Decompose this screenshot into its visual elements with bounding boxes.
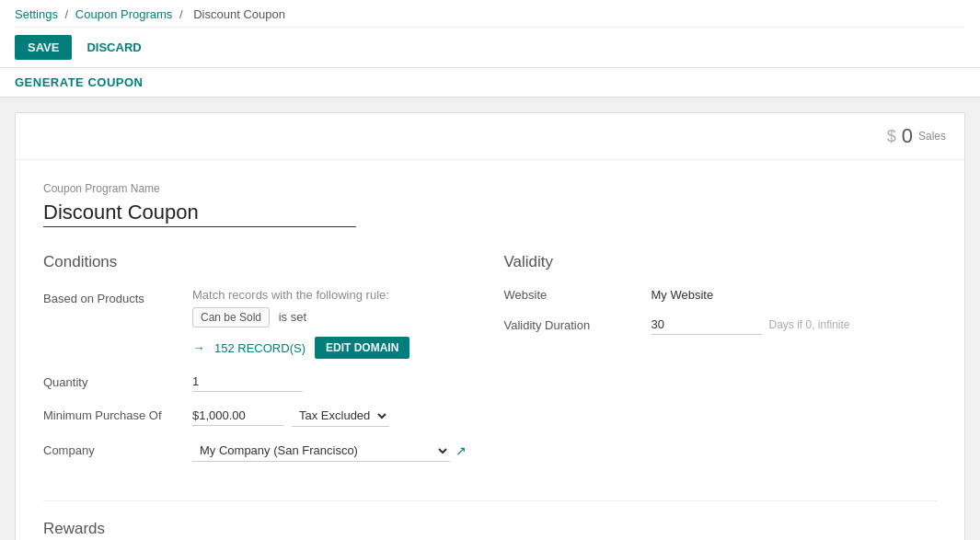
breadcrumb-sep-2: /: [179, 7, 183, 21]
sales-widget: $ 0 Sales: [887, 124, 946, 148]
based-on-products-row: Based on Products Match records with the…: [43, 288, 477, 359]
rewards-section: Rewards Reward Discount Apply Discount: [43, 500, 937, 540]
website-label: Website: [504, 288, 651, 302]
arrow-right-icon: →: [192, 340, 205, 355]
breadcrumb-current: Discount Coupon: [193, 7, 285, 21]
min-purchase-row: Minimum Purchase Of Tax Excluded Tax Inc…: [43, 405, 477, 427]
tax-select[interactable]: Tax Excluded Tax Included: [292, 405, 389, 427]
min-purchase-content: Tax Excluded Tax Included: [192, 405, 477, 427]
breadcrumb-sep-1: /: [65, 7, 69, 21]
card-header: $ 0 Sales: [16, 113, 964, 160]
validity-duration-row: Validity Duration Days if 0, infinite: [504, 315, 938, 335]
breadcrumb: Settings / Coupon Programs / Discount Co…: [15, 0, 965, 27]
rewards-title: Rewards: [43, 520, 477, 538]
breadcrumb-settings[interactable]: Settings: [15, 7, 58, 21]
quantity-content: [192, 372, 477, 392]
two-column-layout: Conditions Based on Products Match recor…: [43, 253, 937, 475]
generate-coupon-button[interactable]: GENERATE COUPON: [15, 75, 143, 89]
save-button[interactable]: SAVE: [15, 35, 72, 60]
card-body: Coupon Program Name Conditions Based on …: [16, 160, 964, 540]
sales-count: 0: [902, 124, 913, 148]
validity-duration-input[interactable]: [651, 315, 762, 335]
coupon-program-name-label: Coupon Program Name: [43, 182, 937, 195]
external-link-icon[interactable]: ↗: [455, 443, 467, 458]
top-bar: Settings / Coupon Programs / Discount Co…: [0, 0, 980, 98]
based-on-products-content: Match records with the following rule: C…: [192, 288, 477, 359]
quantity-input[interactable]: [192, 372, 303, 392]
conditions-title: Conditions: [43, 253, 477, 271]
company-row: Company My Company (San Francisco) ↗: [43, 440, 477, 462]
coupon-program-name-input[interactable]: [43, 199, 356, 227]
website-value: My Website: [651, 288, 714, 302]
conditions-section: Conditions Based on Products Match recor…: [43, 253, 477, 475]
form-card: $ 0 Sales Coupon Program Name Conditions…: [15, 112, 965, 540]
dollar-icon: $: [887, 127, 896, 146]
company-content: My Company (San Francisco) ↗: [192, 440, 477, 462]
records-link[interactable]: 152 RECORD(S): [214, 341, 306, 355]
sales-label: Sales: [918, 130, 946, 143]
validity-section: Validity Website My Website Validity Dur…: [504, 253, 938, 475]
rule-tags: Can be Sold is set: [192, 307, 477, 327]
match-rule-text: Match records with the following rule:: [192, 288, 477, 302]
edit-domain-button[interactable]: EDIT DOMAIN: [315, 337, 409, 359]
can-be-sold-badge: Can be Sold: [192, 307, 270, 327]
rewards-right: Apply Discount Percentage %: [504, 520, 938, 540]
discard-button[interactable]: DISCARD: [79, 35, 148, 60]
min-purchase-label: Minimum Purchase Of: [43, 405, 181, 422]
main-content: $ 0 Sales Coupon Program Name Conditions…: [0, 98, 980, 540]
secondary-bar: GENERATE COUPON: [0, 68, 980, 98]
breadcrumb-coupon-programs[interactable]: Coupon Programs: [75, 7, 173, 21]
company-label: Company: [43, 440, 181, 457]
days-hint: Days if 0, infinite: [769, 318, 850, 331]
records-row: → 152 RECORD(S) EDIT DOMAIN: [192, 337, 477, 359]
min-purchase-input[interactable]: [192, 406, 284, 426]
is-set-label: is set: [279, 310, 306, 324]
quantity-row: Quantity: [43, 372, 477, 392]
quantity-label: Quantity: [43, 372, 181, 389]
company-select[interactable]: My Company (San Francisco): [192, 440, 450, 462]
rewards-left: Rewards Reward Discount: [43, 520, 477, 540]
validity-duration-label: Validity Duration: [504, 318, 651, 332]
action-bar: SAVE DISCARD: [15, 27, 965, 67]
validity-title: Validity: [504, 253, 938, 271]
based-on-products-label: Based on Products: [43, 288, 181, 305]
website-row: Website My Website: [504, 288, 938, 302]
